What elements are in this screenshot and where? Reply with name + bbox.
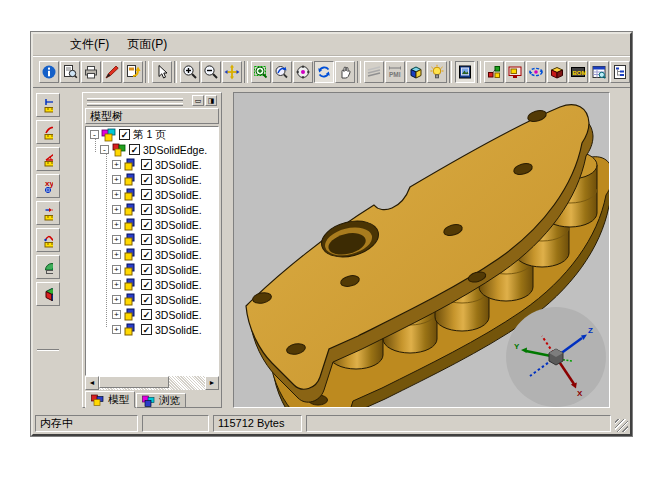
scroll-right-button[interactable]: ► (205, 376, 219, 390)
node-checkbox[interactable]: ✓ (141, 279, 152, 290)
zoom-in-button[interactable] (180, 61, 200, 83)
assembly-box-button[interactable] (547, 61, 567, 83)
pmi-button[interactable]: PMI (385, 61, 405, 83)
node-checkbox[interactable]: ✓ (141, 159, 152, 170)
model-tree[interactable]: - ✓ 第 1 页 - ✓ 3DSolidEdge. +✓3DSolidE. +… (85, 126, 219, 376)
tree-node-part[interactable]: +✓3DSolidE. (86, 217, 218, 232)
tree-node-part[interactable]: +✓3DSolidE. (86, 247, 218, 262)
measure-arc-button[interactable] (36, 120, 60, 144)
report-viewer-button[interactable] (589, 61, 609, 83)
tree-node-part[interactable]: +✓3DSolidE. (86, 157, 218, 172)
tree-node-part[interactable]: +✓3DSolidE. (86, 262, 218, 277)
panel-maximize-button[interactable]: ▭ (192, 95, 204, 106)
print-preview-button[interactable] (60, 61, 80, 83)
protractor-button[interactable] (36, 255, 60, 279)
zoom-out-button[interactable] (201, 61, 221, 83)
solid-box-button[interactable] (36, 282, 60, 306)
explode-parts-button[interactable] (484, 61, 504, 83)
collapse-toggle[interactable]: - (100, 145, 109, 154)
tree-node-part[interactable]: +✓3DSolidE. (86, 277, 218, 292)
tree-node-part[interactable]: +✓3DSolidE. (86, 232, 218, 247)
markup-pen-button[interactable] (102, 61, 122, 83)
bom-button[interactable]: BOM (568, 61, 588, 83)
node-checkbox[interactable]: ✓ (141, 249, 152, 260)
image-view-button[interactable] (455, 61, 475, 83)
measure-curve-button[interactable] (36, 228, 60, 252)
viewport-3d[interactable]: Z Y X (233, 92, 610, 408)
expand-toggle[interactable]: + (112, 250, 121, 259)
expand-toggle[interactable]: + (112, 235, 121, 244)
print-button[interactable] (81, 61, 101, 83)
panel-titlebar[interactable]: ▭ ◨ (85, 95, 219, 107)
select-cursor-button[interactable] (152, 61, 172, 83)
screen-capture-button[interactable] (505, 61, 525, 83)
axis-gizmo[interactable]: Z Y X (506, 307, 606, 407)
node-checkbox[interactable]: ✓ (119, 129, 130, 140)
tree-node-part[interactable]: +✓3DSolidE. (86, 172, 218, 187)
scrollbar-thumb[interactable] (99, 376, 169, 388)
expand-toggle[interactable]: + (112, 160, 121, 169)
light-toggle-button[interactable] (427, 61, 447, 83)
node-checkbox[interactable]: ✓ (141, 204, 152, 215)
expand-toggle[interactable]: + (112, 175, 121, 184)
spin-view-button[interactable] (293, 61, 313, 83)
tab-browse[interactable]: 浏览 (136, 393, 186, 408)
tree-node-part[interactable]: +✓3DSolidE. (86, 202, 218, 217)
measure-length-button[interactable] (36, 93, 60, 117)
node-label: 3DSolidE. (155, 309, 202, 321)
panel-gripper[interactable] (87, 103, 183, 106)
refresh-rotate-button[interactable] (314, 61, 334, 83)
status-size: 115712 Bytes (213, 415, 302, 432)
pan-button[interactable] (222, 61, 242, 83)
node-checkbox[interactable]: ✓ (129, 144, 140, 155)
layers-button[interactable] (364, 61, 384, 83)
node-checkbox[interactable]: ✓ (141, 264, 152, 275)
panel-gripper[interactable] (87, 98, 183, 101)
tree-node-part[interactable]: +✓3DSolidE. (86, 292, 218, 307)
expand-toggle[interactable]: + (112, 310, 121, 319)
tree-node-page[interactable]: - ✓ 第 1 页 (86, 127, 218, 142)
tree-node-part[interactable]: +✓3DSolidE. (86, 187, 218, 202)
node-checkbox[interactable]: ✓ (141, 309, 152, 320)
scrollbar-track[interactable] (99, 376, 205, 390)
measure-distance-button[interactable] (36, 201, 60, 225)
node-checkbox[interactable]: ✓ (141, 174, 152, 185)
tree-node-part[interactable]: +✓3DSolidE. (86, 307, 218, 322)
expand-toggle[interactable]: + (112, 280, 121, 289)
tab-model[interactable]: 模型 (85, 391, 135, 408)
expand-toggle[interactable]: + (112, 325, 121, 334)
menu-file[interactable]: 文件(F) (61, 34, 118, 55)
coordinate-xyz-button[interactable]: xyz (36, 174, 60, 198)
node-checkbox[interactable]: ✓ (141, 324, 152, 335)
collapse-toggle[interactable]: - (90, 130, 99, 139)
hand-pan-button[interactable] (335, 61, 355, 83)
export-page-button[interactable] (123, 61, 143, 83)
expand-toggle[interactable]: + (112, 190, 121, 199)
node-checkbox[interactable]: ✓ (141, 219, 152, 230)
scroll-left-button[interactable]: ◄ (85, 376, 99, 390)
expand-toggle[interactable]: + (112, 220, 121, 229)
screen-capture-icon (507, 64, 523, 80)
resize-grip[interactable] (615, 419, 628, 432)
tree-node-part[interactable]: +✓3DSolidE. (86, 322, 218, 337)
expand-toggle[interactable]: + (112, 265, 121, 274)
info-button[interactable] (39, 61, 59, 83)
tree-list-button[interactable] (610, 61, 630, 83)
node-checkbox[interactable]: ✓ (141, 189, 152, 200)
tree-node-assembly[interactable]: - ✓ 3DSolidEdge. (86, 142, 218, 157)
animate-orbit-button[interactable] (526, 61, 546, 83)
menu-page[interactable]: 页面(P) (118, 34, 176, 55)
measure-angle-button[interactable] (36, 147, 60, 171)
expand-toggle[interactable]: + (112, 295, 121, 304)
view-cube-button[interactable] (406, 61, 426, 83)
node-label: 3DSolidE. (155, 264, 202, 276)
expand-toggle[interactable]: + (112, 205, 121, 214)
part-node-icon (123, 263, 139, 276)
node-checkbox[interactable]: ✓ (141, 294, 152, 305)
zoom-window-button[interactable] (251, 61, 271, 83)
tree-horizontal-scrollbar[interactable]: ◄ ► (85, 376, 219, 390)
node-checkbox[interactable]: ✓ (141, 234, 152, 245)
rotate-view-button[interactable] (272, 61, 292, 83)
panel-close-button[interactable]: ◨ (205, 95, 217, 106)
axis-z-label: Z (588, 326, 593, 335)
